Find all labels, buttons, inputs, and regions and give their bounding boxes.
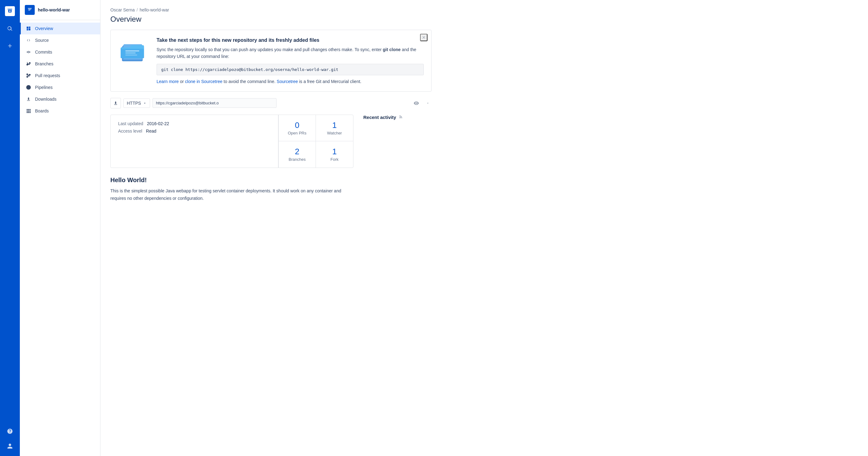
downloads-icon	[26, 96, 31, 102]
stat-open-prs[interactable]: 0 Open PRs	[279, 115, 316, 141]
icon-rail	[0, 0, 20, 456]
svg-point-4	[27, 76, 28, 77]
breadcrumb-repo: hello-world-war	[140, 7, 169, 12]
source-icon	[26, 37, 31, 43]
sidebar-item-boards[interactable]: Boards	[20, 105, 100, 117]
rss-icon[interactable]	[399, 115, 403, 120]
svg-rect-11	[125, 51, 139, 52]
help-icon[interactable]	[5, 426, 15, 436]
sidebar-item-source[interactable]: Source	[20, 34, 100, 46]
stats-meta-panel: Last updated 2016-02-22 Access level Rea…	[111, 115, 278, 168]
clone-code-block[interactable]: git clone https://cgarciadelpozo@bitbuck…	[157, 64, 424, 75]
stats-grid: 0 Open PRs 1 Watcher 2 Branches	[278, 115, 353, 168]
sidebar-item-overview[interactable]: Overview	[20, 23, 100, 34]
info-banner: ×	[111, 30, 432, 92]
sidebar-item-pull-requests[interactable]: Pull requests	[20, 70, 100, 82]
watch-dropdown-button[interactable]	[424, 98, 432, 108]
sidebar-item-label-pipelines: Pipelines	[35, 85, 53, 90]
access-level-item: Access level Read	[118, 129, 271, 133]
last-updated-value: 2016-02-22	[147, 121, 169, 126]
sidebar-item-label-boards: Boards	[35, 108, 49, 113]
stat-branches[interactable]: 2 Branches	[279, 141, 316, 168]
commits-icon	[26, 49, 31, 55]
readme-title: Hello World!	[111, 176, 353, 184]
readme-text: This is the simplest possible Java webap…	[111, 188, 353, 202]
pull-requests-icon	[26, 73, 31, 78]
banner-close-button[interactable]: ×	[420, 34, 428, 41]
stat-watcher[interactable]: 1 Watcher	[316, 115, 353, 141]
sidebar-item-label-branches: Branches	[35, 61, 53, 66]
search-icon[interactable]	[5, 24, 15, 33]
banner-content: Take the next steps for this new reposit…	[157, 37, 424, 84]
breadcrumb-separator: /	[137, 7, 138, 12]
open-prs-label: Open PRs	[288, 131, 307, 135]
sidebar-item-downloads[interactable]: Downloads	[20, 93, 100, 105]
access-level-value: Read	[146, 129, 156, 133]
sidebar: hello-world-war Overview Source Commits	[20, 0, 100, 456]
sidebar-item-label-pull-requests: Pull requests	[35, 73, 60, 78]
sidebar-item-branches[interactable]: Branches	[20, 58, 100, 70]
main-content: Oscar Serna / hello-world-war Overview ×	[100, 0, 868, 456]
last-updated-label: Last updated	[118, 121, 143, 126]
clone-url-input[interactable]	[153, 98, 277, 108]
watcher-label: Watcher	[327, 131, 342, 135]
clone-download-button[interactable]	[111, 98, 121, 108]
watcher-number: 1	[332, 121, 337, 130]
recent-activity-label: Recent activity	[363, 115, 396, 120]
sidebar-item-commits[interactable]: Commits	[20, 46, 100, 58]
open-prs-number: 0	[295, 121, 299, 130]
branches-number: 2	[295, 147, 299, 157]
fork-number: 1	[332, 147, 337, 157]
sidebar-nav: Overview Source Commits Branches	[20, 20, 100, 119]
banner-description: Sync the repository locally so that you …	[157, 46, 424, 60]
folder-illustration	[118, 37, 149, 66]
content-with-sidebar: Last updated 2016-02-22 Access level Rea…	[111, 115, 432, 202]
stat-fork[interactable]: 1 Fork	[316, 141, 353, 168]
branches-icon	[26, 61, 31, 67]
breadcrumb-owner[interactable]: Oscar Serna	[111, 7, 135, 12]
sidebar-item-pipelines[interactable]: Pipelines	[20, 82, 100, 93]
recent-activity-header: Recent activity	[363, 115, 432, 120]
sidebar-item-label-source: Source	[35, 38, 49, 43]
overview-icon	[26, 26, 31, 31]
boards-icon	[26, 108, 31, 114]
repo-name: hello-world-war	[38, 7, 70, 12]
banner-title: Take the next steps for this new reposit…	[157, 37, 424, 43]
clone-bar: HTTPS	[111, 98, 432, 108]
stats-meta: Last updated 2016-02-22 Access level Rea…	[118, 121, 271, 133]
access-level-label: Access level	[118, 129, 142, 133]
repo-icon	[25, 5, 35, 15]
svg-point-0	[28, 51, 29, 53]
sidebar-item-label-downloads: Downloads	[35, 97, 56, 102]
banner-links: Learn more or clone in Sourcetree to avo…	[157, 79, 424, 84]
user-icon[interactable]	[5, 441, 15, 451]
main-column: Last updated 2016-02-22 Access level Rea…	[111, 115, 353, 202]
pipelines-icon	[26, 85, 31, 90]
branches-label: Branches	[289, 157, 306, 162]
readme-section: Hello World! This is the simplest possib…	[111, 176, 353, 202]
protocol-dropdown[interactable]: HTTPS	[123, 99, 150, 108]
sidebar-header: hello-world-war	[20, 0, 100, 20]
breadcrumb: Oscar Serna / hello-world-war	[111, 7, 432, 12]
sidebar-item-label-commits: Commits	[35, 50, 52, 55]
fork-label: Fork	[331, 157, 339, 162]
add-icon[interactable]	[5, 41, 15, 51]
sidebar-item-label-overview: Overview	[35, 26, 53, 31]
stats-container: Last updated 2016-02-22 Access level Rea…	[111, 115, 353, 168]
watch-button[interactable]	[411, 98, 422, 108]
svg-rect-12	[125, 52, 135, 53]
recent-activity-sidebar: Recent activity	[363, 115, 432, 202]
clone-sourcetree-link[interactable]: clone in Sourcetree	[185, 79, 223, 84]
page-title: Overview	[111, 15, 432, 24]
svg-rect-13	[125, 55, 137, 56]
svg-point-3	[27, 74, 28, 75]
sourcetree-link[interactable]: Sourcetree	[277, 79, 298, 84]
learn-more-link[interactable]: Learn more	[157, 79, 179, 84]
svg-point-5	[29, 74, 30, 75]
last-updated-item: Last updated 2016-02-22	[118, 121, 271, 126]
bitbucket-logo[interactable]	[5, 6, 15, 16]
